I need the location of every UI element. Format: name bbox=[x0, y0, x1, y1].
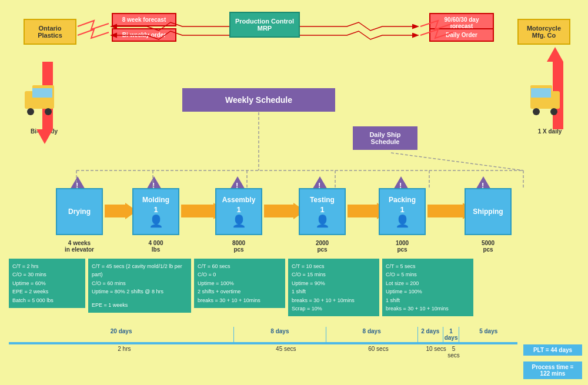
packing-co: C/O = 5 mins bbox=[386, 270, 470, 279]
molding-co: C/O = 60 mins bbox=[92, 279, 188, 287]
tl-time-empty bbox=[460, 346, 517, 359]
tl-day-8a: 8 days bbox=[234, 327, 326, 342]
assembly-shifts: 2 shifts + overtime bbox=[198, 287, 282, 296]
svg-point-16 bbox=[45, 108, 52, 115]
packing-breaks: breaks = 30 + 10 + 10mins bbox=[386, 304, 470, 313]
testing-operator-icon: 👤 bbox=[315, 214, 330, 228]
assembly-number: 1 bbox=[236, 205, 240, 214]
testing-box: Testing 1 👤 bbox=[299, 188, 346, 235]
assembly-ct: C/T = 60 secs bbox=[198, 262, 282, 270]
drying-info-box: C/T = 2 hrs C/O = 30 mins Uptime = 60% E… bbox=[9, 259, 85, 308]
packing-number: 1 bbox=[400, 205, 404, 214]
svg-point-20 bbox=[533, 108, 540, 115]
svg-rect-9 bbox=[42, 62, 53, 129]
assembly-inventory: 8000pcs bbox=[215, 240, 262, 253]
drying-epe: EPE = 2 weeks bbox=[12, 287, 82, 296]
svg-rect-17 bbox=[32, 88, 52, 98]
biweekly-label: Bi-weekly bbox=[31, 128, 58, 135]
svg-line-8 bbox=[391, 153, 523, 170]
biweekly-order-box: Bi-weekly order bbox=[112, 28, 176, 42]
testing-label: Testing bbox=[310, 196, 335, 204]
timeline-days-row: 20 days 8 days 8 days 2 days 1 days 5 da… bbox=[9, 327, 517, 359]
molding-epe: EPE = 1 weeks bbox=[92, 301, 188, 309]
molding-inventory: 4 000lbs bbox=[132, 240, 179, 253]
ontario-plastics-box: OntarioPlastics bbox=[24, 19, 76, 45]
svg-point-21 bbox=[550, 108, 557, 115]
assembly-label: Assembly bbox=[222, 196, 256, 204]
testing-shift: 1 shift bbox=[292, 287, 376, 296]
drying-co: C/O = 30 mins bbox=[12, 270, 82, 279]
packing-operator-icon: 👤 bbox=[395, 214, 410, 228]
1xdaily-label: 1 X daily bbox=[532, 128, 567, 135]
drying-ct: C/T = 2 hrs bbox=[12, 262, 82, 270]
molding-ct: C/T = 45 secs (2 cavity mold/1/2 lb per … bbox=[92, 262, 188, 279]
molding-number: 1 bbox=[153, 205, 158, 214]
svg-rect-13 bbox=[25, 91, 54, 109]
weekly-schedule-label: Weekly Schedule bbox=[225, 95, 292, 105]
molding-operator-icon: 👤 bbox=[149, 214, 163, 228]
assembly-operator-icon: 👤 bbox=[232, 214, 246, 228]
process-time-box: Process time =122 mins bbox=[523, 361, 582, 379]
assembly-co: C/O = 0 bbox=[198, 270, 282, 279]
assembly-uptime: Uptime = 100% bbox=[198, 279, 282, 287]
pc-line1: Production Control bbox=[235, 18, 294, 25]
svg-rect-19 bbox=[530, 85, 552, 97]
shipping-box: Shipping bbox=[465, 188, 512, 235]
drying-uptime: Uptime = 60% bbox=[12, 279, 82, 287]
production-control-box: Production Control MRP bbox=[229, 12, 300, 38]
packing-info-box: C/T = 5 secs C/O = 5 mins Lot size = 200… bbox=[382, 259, 473, 316]
packing-inventory: 1000pcs bbox=[379, 240, 426, 253]
daily-order-box: Daily Order bbox=[429, 28, 494, 42]
svg-rect-22 bbox=[531, 88, 551, 98]
packing-box: Packing 1 👤 bbox=[379, 188, 426, 235]
diagram: Production Control MRP OntarioPlastics M… bbox=[0, 0, 588, 385]
weekly-schedule-box: Weekly Schedule bbox=[182, 88, 335, 112]
daily-ship-box: Daily ShipSchedule bbox=[353, 126, 417, 150]
molding-info-box: C/T = 45 secs (2 cavity mold/1/2 lb per … bbox=[88, 259, 191, 313]
tl-time-45secs: 45 secs bbox=[240, 346, 332, 359]
drying-batch: Batch = 5 000 lbs bbox=[12, 296, 82, 304]
drying-box: Drying bbox=[56, 188, 103, 235]
packing-uptime: Uptime = 100% bbox=[386, 287, 470, 296]
testing-co: C/O = 15 mins bbox=[292, 270, 376, 279]
tl-day-1: 1 days bbox=[443, 327, 460, 342]
svg-rect-14 bbox=[32, 85, 54, 97]
motorcycle-mfg-box: MotorcycleMfg. Co bbox=[517, 19, 570, 45]
testing-ct: C/T = 10 secs bbox=[292, 262, 376, 270]
testing-number: 1 bbox=[320, 205, 324, 214]
svg-rect-11 bbox=[553, 62, 563, 129]
molding-label: Molding bbox=[142, 196, 169, 204]
shipping-inventory: 5000pcs bbox=[465, 240, 512, 253]
tl-time-60secs: 60 secs bbox=[332, 346, 425, 359]
tl-day-5: 5 days bbox=[459, 327, 517, 342]
packing-shift: 1 shift bbox=[386, 296, 470, 304]
testing-info-box: C/T = 10 secs C/O = 15 mins Uptime = 90%… bbox=[288, 259, 379, 316]
tl-time-2hrs: 2 hrs bbox=[9, 346, 240, 359]
assembly-breaks: breaks = 30 + 10 + 10mins bbox=[198, 296, 282, 304]
testing-scrap: Scrap = 10% bbox=[292, 304, 376, 313]
molding-uptime: Uptime = 80% 2 shifts @ 8 hrs bbox=[92, 287, 188, 296]
packing-lotsize: Lot size = 200 bbox=[386, 279, 470, 287]
molding-box: Molding 1 👤 bbox=[132, 188, 179, 235]
packing-ct: C/T = 5 secs bbox=[386, 262, 470, 270]
drying-inventory: 4 weeksin elevator bbox=[56, 240, 103, 253]
plt-label: PLT = 44 days bbox=[533, 347, 572, 353]
tl-day-20: 20 days bbox=[9, 327, 234, 342]
svg-marker-12 bbox=[547, 47, 563, 62]
plt-box: PLT = 44 days bbox=[523, 344, 582, 356]
testing-uptime: Uptime = 90% bbox=[292, 279, 376, 287]
tl-day-2: 2 days bbox=[418, 327, 443, 342]
packing-label: Packing bbox=[389, 196, 416, 204]
tl-time-5secs: 5 secs bbox=[447, 346, 460, 359]
svg-point-15 bbox=[27, 108, 34, 115]
testing-breaks: breaks = 30 + 10 + 10mins bbox=[292, 296, 376, 304]
svg-rect-18 bbox=[530, 91, 560, 109]
pc-line2: MRP bbox=[258, 25, 272, 32]
testing-inventory: 2000pcs bbox=[299, 240, 346, 253]
assembly-info-box: C/T = 60 secs C/O = 0 Uptime = 100% 2 sh… bbox=[194, 259, 285, 308]
tl-day-8b: 8 days bbox=[326, 327, 418, 342]
assembly-box: Assembly 1 👤 bbox=[215, 188, 262, 235]
tl-time-10secs: 10 secs bbox=[425, 346, 447, 359]
8week-forecast-box: 8 week forecast bbox=[112, 13, 176, 26]
